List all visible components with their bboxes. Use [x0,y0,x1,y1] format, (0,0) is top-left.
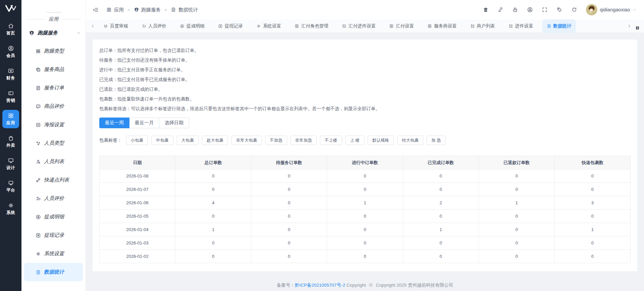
table-row: 2026-01-03000000 [100,236,631,250]
sidebar-menu-item[interactable]: 服务订单 [24,79,83,97]
rail-item[interactable]: 财务 [2,65,19,83]
breadcrumb-separator: > [127,7,130,12]
sidebar-menu-item[interactable]: 人员类型 [24,134,83,152]
package-tag-button[interactable]: 中包裹 [151,136,173,145]
table-cell: 0 [554,183,630,196]
tab-label: 百度审核 [110,23,128,29]
rail-item[interactable]: 首页 [2,20,19,39]
table-row: 2026-01-04100101 [100,223,631,236]
user-circle-icon[interactable] [527,7,533,13]
tab[interactable]: 服务商设置 [423,19,461,33]
sidebar-menu-item[interactable]: 提现记录 [24,226,83,244]
user-menu[interactable]: qidiangaoxiao [586,4,637,15]
table-cell: 0 [251,250,327,263]
package-tag-button[interactable]: 非常大包裹 [231,136,262,145]
package-tag-button[interactable]: 不加急 [265,136,287,145]
collapse-sidebar-icon[interactable] [93,7,99,13]
tab[interactable]: 数据统计 [542,19,576,33]
tab[interactable]: 进件设置 [504,19,538,33]
rail-item-label: 应用 [6,120,15,126]
note-line: 已退款：指已退款完成的订单。 [99,84,631,94]
file-gear-icon [294,24,299,28]
date-range-button[interactable]: 最近一月 [129,118,159,128]
coin-icon [36,214,41,220]
sidebar-menu-item[interactable]: 海报设置 [24,116,83,134]
rail-item[interactable]: 外卖 [2,132,19,151]
sidebar-menu-item[interactable]: 人员列表 [24,152,83,171]
expand-icon[interactable] [542,7,548,13]
sidebar-menu-item-label: 跑腿类型 [44,48,64,54]
tabs-menu-icon[interactable] [635,25,640,30]
date-range-filter: 最近一周 最近一月 选择日期 [99,118,189,128]
package-tag-button[interactable]: 大包裹 [177,136,199,145]
tag-icon[interactable] [556,7,562,13]
rail-item[interactable]: 平台 [2,177,19,196]
package-tag-button[interactable]: 超大包裹 [202,136,228,145]
refresh-icon[interactable] [571,7,577,13]
tab[interactable]: 百度审核 [99,19,132,33]
rail-item[interactable]: 设计 [2,155,19,173]
note-line: 待服务：指已支付但还没有骑手接单的订单。 [99,55,631,65]
stats-card: 总订单：指所有支付过的订单，包含已退款订单。 待服务：指已支付但还没有骑手接单的… [93,40,637,271]
sidebar-menu-item[interactable]: 商品评价 [24,97,83,116]
tab[interactable]: 系统设置 [252,19,285,33]
sidebar-menu-item-label: 商品评价 [44,103,64,110]
tab[interactable]: 提成明细 [175,19,209,33]
sidebar-menu-item[interactable]: 人员评价 [24,189,83,208]
sidebar-menu-item[interactable]: 系统设置 [24,244,83,263]
sidebar-item-paotui-service[interactable]: 跑腿服务 [21,24,86,42]
rail-item[interactable]: 系统 [2,200,19,218]
package-tag-button[interactable]: 小包裹 [126,136,148,145]
lock-icon[interactable] [512,7,518,13]
beian-link[interactable]: 黔ICP备2021005707号-2 [295,283,345,288]
package-tag-button[interactable]: 不上楼 [320,136,342,145]
tab[interactable]: 人员评价 [137,19,171,33]
table-cell: 0 [479,183,554,196]
main-area: > 应用 > 跑腿服务 > 数据统计 [86,0,644,291]
package-tag-button[interactable]: 非常加急 [290,136,317,145]
link-icon[interactable] [497,7,503,13]
package-tag-button[interactable]: 加 急 [427,136,445,145]
rail-item[interactable]: 应用 [2,110,19,128]
rail-item[interactable]: 营销 [2,87,19,106]
tabs-scroll-right-icon[interactable] [627,24,632,28]
package-tags-row: 包裹标签： 小包裹 中包裹 大包裹 超大包裹 非常大包裹 不加急 非常加急 [99,136,631,145]
rail-item-label: 设计 [6,165,15,171]
table-cell: 0 [554,250,630,263]
notes-block: 总订单：指所有支付过的订单，包含已退款订单。 待服务：指已支付但还没有骑手接单的… [99,46,631,114]
tab[interactable]: 汇付角色管理 [290,19,333,33]
breadcrumb-item[interactable]: 应用 [106,7,124,13]
tabs-scroll-left-icon[interactable] [91,24,95,28]
tab[interactable]: 汇付设置 [385,19,418,33]
rail-item[interactable]: 会员 [2,43,19,61]
package-tag-button[interactable]: 上 楼 [345,136,364,145]
sidebar-menu-item[interactable]: 数据统计 [24,263,83,281]
date-range-button[interactable]: 选择日期 [159,118,189,128]
tab[interactable]: 商户列表 [466,19,499,33]
sidebar-menu-item[interactable]: 跑腿类型 [24,42,83,60]
sidebar-menu-item-label: 人员列表 [44,158,64,165]
sidebar-menu-item[interactable]: 快递点列表 [24,171,83,189]
package-tag-button[interactable]: 特大包裹 [397,136,423,145]
date-range-button[interactable]: 最近一周 [99,118,129,128]
chevron-up-icon [76,31,81,35]
trash-icon[interactable] [483,7,489,13]
gear-icon [256,24,261,28]
package-tag-button[interactable]: 默认规格 [368,136,394,145]
tab[interactable]: 提现记录 [214,19,247,33]
breadcrumb-item[interactable]: 数据统计 [171,7,198,13]
sidebar-menu-item[interactable]: 提成明细 [24,208,83,226]
table-cell: 2026-01-04 [100,223,175,236]
table-header-cell: 日期 [100,156,175,169]
tab[interactable]: 汇付进件设置 [337,19,380,33]
doc-stat-icon [36,270,41,275]
sidebar-menu-item[interactable]: 服务商品 [24,60,83,79]
gear-icon [8,202,14,209]
breadcrumb-separator: > [165,7,167,12]
table-cell: 0 [479,236,554,250]
table-cell: 2026-01-05 [100,210,175,223]
table-cell: 0 [327,223,403,236]
table-cell: 0 [403,183,479,196]
user-circle-icon [8,45,14,52]
breadcrumb-item[interactable]: 跑腿服务 [134,7,161,13]
